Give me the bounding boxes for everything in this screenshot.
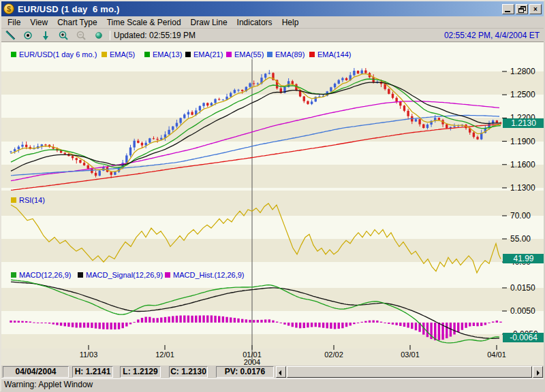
menu-item-chart-type[interactable]: Chart Type (52, 16, 102, 29)
close-button[interactable]: × (529, 4, 542, 14)
macd-histogram-bar (202, 315, 204, 323)
candle-body (179, 118, 181, 122)
pivot-panel: PV: 0.0176 (216, 366, 274, 378)
macd-histogram-bar (480, 323, 482, 326)
candle-body (318, 96, 320, 97)
minimize-button[interactable] (502, 4, 514, 14)
candle-body (426, 125, 429, 128)
app-window: $ EUR/USD (1 day 6 mo.) × FileViewChart … (0, 0, 545, 392)
candle-body (249, 83, 251, 86)
candle-body (149, 138, 151, 142)
macd-histogram-bar (149, 317, 151, 323)
candle-body (79, 160, 81, 163)
minimize-icon (505, 11, 510, 12)
macd-histogram-bar (283, 323, 285, 325)
macd-histogram-bar (457, 323, 459, 332)
macd-histogram-bar (334, 323, 336, 329)
menu-item-help[interactable]: Help (277, 16, 304, 29)
macd-histogram-bar (83, 323, 85, 327)
macd-histogram-bar (318, 323, 320, 327)
macd-histogram-bar (453, 323, 455, 334)
macd-histogram-bar (125, 323, 127, 327)
macd-histogram-bar (133, 322, 135, 323)
menu-item-file[interactable]: File (3, 16, 25, 29)
toolbar-separator (110, 31, 110, 40)
scroll-left-button[interactable] (276, 366, 286, 378)
macd-histogram-bar (41, 323, 43, 323)
scrollbar-thumb[interactable] (287, 366, 532, 378)
macd-histogram-bar (476, 323, 478, 326)
zoom-in-icon[interactable] (54, 29, 72, 42)
macd-histogram-bar (315, 323, 317, 327)
macd-histogram-bar (18, 321, 20, 323)
menu-item-draw-line[interactable]: Draw Line (186, 16, 232, 29)
candle-body (311, 101, 313, 104)
macd-histogram-bar (25, 321, 27, 323)
macd-histogram-bar (222, 316, 224, 323)
macd-histogram-bar (492, 321, 494, 323)
candle-body (453, 126, 455, 127)
candle-body (395, 98, 397, 101)
macd-histogram-bar (218, 316, 220, 323)
macd-histogram-bar (137, 320, 139, 323)
macd-histogram-bar (461, 323, 463, 330)
left-arrow-icon (279, 370, 281, 376)
macd-histogram-bar (264, 319, 266, 323)
close-panel: C: 1.2130 (169, 366, 208, 378)
candle-body (268, 73, 270, 74)
candle-body (44, 144, 46, 145)
candle-body (360, 70, 362, 74)
horizontal-scrollbar[interactable] (276, 366, 543, 378)
macd-histogram-bar (56, 323, 58, 325)
candle-body (125, 155, 127, 163)
marker-ball-icon[interactable] (90, 29, 108, 42)
candle-body (334, 84, 336, 87)
candle-body (137, 141, 139, 143)
macd-histogram-bar (91, 323, 93, 328)
scroll-right-button[interactable] (533, 366, 543, 378)
macd-histogram-bar (446, 323, 448, 338)
macd-histogram-bar (407, 323, 409, 328)
candle-body (18, 146, 20, 149)
candle-body (230, 93, 232, 97)
candle-body (446, 125, 448, 129)
candle-body (473, 133, 475, 137)
macd-histogram-bar (211, 315, 213, 323)
candle-body (10, 151, 12, 152)
menu-item-view[interactable]: View (25, 16, 52, 29)
candle-body (202, 103, 204, 106)
chart-canvas[interactable] (1, 42, 544, 365)
restore-button[interactable] (516, 4, 528, 14)
macd-histogram-bar (438, 323, 440, 340)
candle-body (392, 94, 394, 98)
candle-body (303, 97, 305, 101)
macd-histogram-bar (241, 319, 243, 323)
candle-body (237, 90, 239, 91)
title-bar[interactable]: $ EUR/USD (1 day 6 mo.) × (1, 1, 544, 16)
candle-body (206, 103, 208, 105)
macd-histogram-bar (488, 323, 490, 323)
candle-body (76, 158, 78, 160)
macd-histogram-bar (411, 323, 413, 329)
macd-histogram-bar (249, 320, 251, 323)
down-arrow-icon[interactable] (37, 29, 54, 42)
macd-histogram-bar (257, 320, 259, 323)
macd-histogram-bar (230, 317, 232, 323)
macd-histogram-bar (52, 323, 54, 325)
macd-histogram-bar (114, 323, 116, 329)
crosshair-icon[interactable] (19, 29, 37, 42)
candle-body (364, 70, 367, 73)
background-stripe (1, 191, 544, 216)
menu-item-time-scale-period[interactable]: Time Scale & Period (102, 16, 186, 29)
macd-histogram-bar (234, 318, 236, 323)
background-stripe (1, 239, 544, 262)
macd-histogram-bar (187, 316, 189, 323)
macd-histogram-bar (253, 320, 255, 323)
candle-body (257, 84, 259, 84)
menu-item-indicators[interactable]: Indicators (232, 16, 277, 29)
macd-histogram-bar (129, 323, 131, 324)
macd-histogram-bar (76, 323, 78, 327)
candle-body (415, 119, 417, 121)
draw-line-icon[interactable] (1, 29, 19, 42)
right-arrow-icon (537, 370, 540, 376)
